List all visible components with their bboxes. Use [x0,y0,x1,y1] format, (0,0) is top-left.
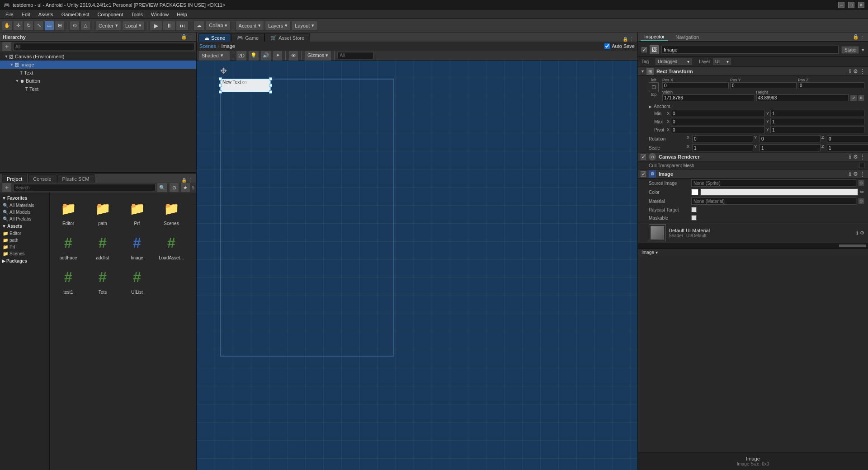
anchor-max-y-input[interactable] [770,118,864,125]
scene-audio-btn[interactable]: 🔊 [260,51,271,61]
asset-uilist[interactable]: # UIList [121,264,153,296]
inspector-tab-inspector[interactable]: Inspector [641,33,668,41]
scene-search-input[interactable] [337,52,373,59]
asset-tets[interactable]: # Tets [87,264,118,296]
scene-breadcrumb-scenes[interactable]: Scenes [199,43,216,49]
project-menu-icon[interactable]: ⋮ [188,178,193,183]
menu-gameobject[interactable]: GameObject [58,11,93,18]
inspector-lock-icon[interactable]: 🔒 [853,34,859,40]
asset-test1[interactable]: # test1 [52,264,84,296]
render-mode-dropdown[interactable]: Shaded ▾ [198,51,230,61]
material-input[interactable] [691,197,856,205]
image-preview-tab-label[interactable]: Image ▾ [642,250,658,255]
inspector-menu-icon[interactable]: ⋮ [860,34,865,40]
maximize-button[interactable]: □ [848,2,854,8]
autosave-checkbox[interactable] [604,43,610,49]
pos-y-input[interactable] [730,82,797,89]
anchor-max-x-input[interactable] [671,118,765,125]
packages-section[interactable]: ▶ Packages [0,257,49,265]
scale-y-input[interactable] [760,144,821,151]
scale-z-input[interactable] [827,144,868,151]
width-input[interactable] [662,94,755,101]
assets-section[interactable]: ▼ Assets [0,222,49,230]
color-picker-icon[interactable]: ✏ [860,189,864,195]
asset-addlist[interactable]: # addlist [87,230,118,261]
img-menu-icon[interactable]: ⋮ [860,171,865,177]
menu-window[interactable]: Window [147,11,172,18]
scene-2d-btn[interactable]: 2D [236,51,247,61]
canvas-renderer-header[interactable]: ✓ ⊙ Canvas Renderer ℹ ⚙ ⋮ [638,152,868,161]
cull-checkbox[interactable] [859,163,864,168]
handle-tl[interactable] [219,77,222,80]
rotation-y-input[interactable] [760,135,821,142]
color-input[interactable] [700,188,858,196]
project-lock-icon[interactable]: 🔒 [181,178,187,183]
multi-tool[interactable]: ⊞ [55,21,65,31]
sidebar-all-materials[interactable]: 🔍 All Materials [0,202,49,209]
hierarchy-add-btn[interactable]: + [2,42,12,52]
layers-dropdown[interactable]: Layers ▾ [265,21,291,31]
step-button[interactable]: ⏭ [176,21,189,31]
account-dropdown[interactable]: Account ▾ [236,21,264,31]
scene-light-btn[interactable]: 💡 [248,51,259,61]
scene-panel-lock[interactable]: 🔒 [623,37,628,42]
handle-br[interactable] [269,90,272,94]
gizmos-dropdown[interactable]: Gizmos ▾ [304,51,331,61]
scene-content[interactable]: ✥ New Text on [197,61,637,470]
source-image-input[interactable] [691,179,856,187]
rt-info-icon[interactable]: ℹ [849,68,851,75]
anchor-visual-box[interactable] [649,82,659,92]
asset-scenes[interactable]: 📁 Scenes [156,195,187,227]
sidebar-all-models[interactable]: 🔍 All Models [0,209,49,216]
asset-addface[interactable]: # addFace [52,230,84,261]
obj-name-input[interactable] [661,46,839,54]
menu-file[interactable]: File [2,11,17,18]
asset-prf[interactable]: 📁 Prf [121,195,153,227]
cr-menu-icon[interactable]: ⋮ [860,154,865,160]
inspector-tab-navigation[interactable]: Navigation [672,33,703,41]
cloud-button[interactable]: ☁ [193,21,205,31]
custom-tool-2[interactable]: △ [80,21,90,31]
tag-dropdown[interactable]: Untagged ▾ [656,58,692,65]
play-button[interactable]: ▶ [150,21,162,31]
anchor-min-x-input[interactable] [671,110,765,117]
asset-path[interactable]: 📁 path [87,195,118,227]
img-info-icon[interactable]: ℹ [849,171,851,177]
pos-x-input[interactable] [662,82,729,89]
rotate-tool[interactable]: ↻ [24,21,33,31]
static-dropdown-arrow[interactable]: ▾ [862,47,864,53]
layer-dropdown[interactable]: UI ▾ [713,58,731,65]
project-add-btn[interactable]: + [2,183,12,193]
asset-image[interactable]: # Image [121,230,153,261]
collab-dropdown[interactable]: Collab ▾ [206,21,230,31]
reset-rt-btn[interactable]: R [858,95,864,101]
selected-image-element[interactable]: New Text on [220,79,271,92]
favorites-section[interactable]: ▼ Favorites [0,194,49,202]
constrain-proportions-btn[interactable]: ⤢ [850,95,857,101]
tab-plastic-scm[interactable]: Plastic SCM [57,174,94,183]
rect-transform-header[interactable]: ▼ ⊞ Rect Transform ℹ ⚙ ⋮ [638,67,868,76]
image-section-active[interactable]: ✓ [641,171,646,177]
layout-dropdown[interactable]: Layout ▾ [292,21,317,31]
image-section-header[interactable]: ✓ 🖼 Image ℹ ⚙ ⋮ [638,169,868,179]
scene-tab-scene[interactable]: ⛰ Scene [198,33,231,42]
material-settings-icon[interactable]: ⚙ [860,230,864,236]
asset-editor[interactable]: 📁 Editor [52,195,84,227]
material-info-icon[interactable]: ℹ [856,230,858,236]
source-image-select-btn[interactable]: ⊙ [858,180,864,186]
pause-button[interactable]: ⏸ [163,21,175,31]
hierarchy-menu-icon[interactable]: ⋮ [189,34,193,40]
rt-settings-icon[interactable]: ⚙ [853,68,858,75]
tree-item-text2[interactable]: T Text [0,85,196,93]
scroll-thumb[interactable] [839,244,866,247]
project-search-btn[interactable]: 🔍 [157,183,168,193]
canvas-renderer-active[interactable]: ✓ [641,154,646,160]
material-select-btn[interactable]: ⊙ [858,198,864,204]
pivot-dropdown[interactable]: Center ▾ [95,21,121,31]
tab-console[interactable]: Console [28,174,56,183]
sidebar-scenes[interactable]: 📁 Scenes [0,250,49,257]
rect-tool[interactable]: ▭ [44,21,54,31]
pivot-x-input[interactable] [671,126,765,133]
tree-item-button[interactable]: ▼ ⏺ Button [0,77,196,85]
menu-edit[interactable]: Edit [18,11,34,18]
